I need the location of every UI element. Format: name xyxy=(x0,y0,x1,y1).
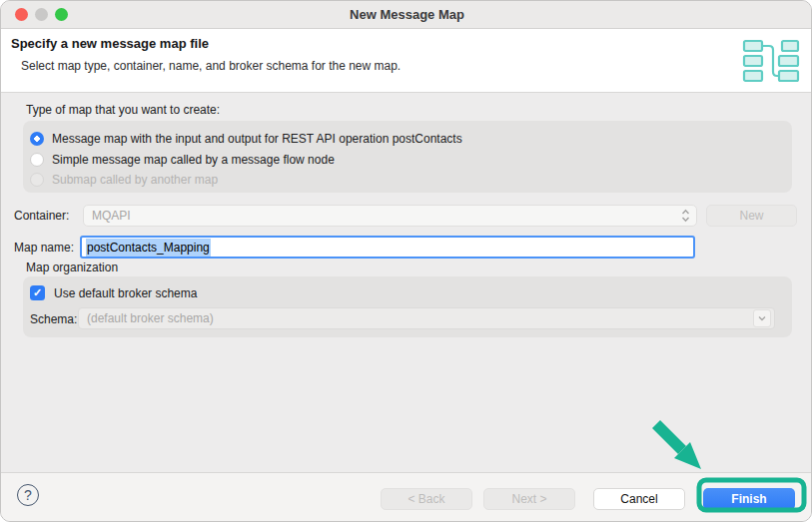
radio-selected-icon[interactable] xyxy=(30,132,44,146)
container-select-value: MQAPI xyxy=(84,209,681,223)
select-stepper-icon xyxy=(681,209,690,223)
radio-option-submap: Submap called by another map xyxy=(30,172,218,187)
back-button: < Back xyxy=(381,488,472,510)
page-title: Specify a new message map file xyxy=(11,36,209,51)
schema-combo: (default broker schema) xyxy=(78,307,775,329)
titlebar: New Message Map xyxy=(1,1,812,29)
radio-unselected-icon[interactable] xyxy=(30,153,44,167)
schema-label: Schema: xyxy=(30,312,77,326)
container-select: MQAPI xyxy=(83,205,697,227)
window-title: New Message Map xyxy=(1,7,812,22)
radio-disabled-icon xyxy=(30,173,44,187)
help-button[interactable]: ? xyxy=(17,484,39,506)
button-bar: ? < Back Next > Cancel Finish xyxy=(1,472,812,522)
map-type-group-label: Type of map that you want to create: xyxy=(26,103,220,117)
checkbox-checked-icon[interactable]: ✓ xyxy=(30,285,45,300)
map-organization-groupbox: ✓ Use default broker schema Schema: (def… xyxy=(23,276,792,337)
message-map-icon xyxy=(742,39,800,85)
schema-combo-value: (default broker schema) xyxy=(79,311,753,325)
radio-option-simple-map[interactable]: Simple message map called by a message f… xyxy=(30,152,335,167)
map-organization-group-label: Map organization xyxy=(26,261,118,274)
map-name-label: Map name: xyxy=(14,241,74,255)
container-label: Container: xyxy=(14,209,69,223)
default-schema-checkbox-label: Use default broker schema xyxy=(54,286,197,300)
annotation-arrow-shaft xyxy=(652,420,686,454)
new-container-button: New xyxy=(706,205,797,227)
finish-button[interactable]: Finish xyxy=(703,488,795,510)
map-name-input[interactable]: postContacts_Mapping xyxy=(80,236,695,259)
cancel-button[interactable]: Cancel xyxy=(593,488,685,510)
next-button: Next > xyxy=(483,488,575,510)
map-type-groupbox: Message map with the input and output fo… xyxy=(23,121,792,193)
default-schema-checkbox-row[interactable]: ✓ Use default broker schema xyxy=(30,285,197,300)
combo-dropdown-icon xyxy=(753,309,771,327)
annotation-arrow-head xyxy=(674,442,701,469)
wizard-header: Specify a new message map file Select ma… xyxy=(1,29,812,93)
page-subtitle: Select map type, container, name, and br… xyxy=(21,59,401,73)
map-name-selected-text: postContacts_Mapping xyxy=(86,239,211,257)
new-message-map-dialog: New Message Map Specify a new message ma… xyxy=(0,0,812,522)
radio-option-rest-api[interactable]: Message map with the input and output fo… xyxy=(30,131,462,146)
